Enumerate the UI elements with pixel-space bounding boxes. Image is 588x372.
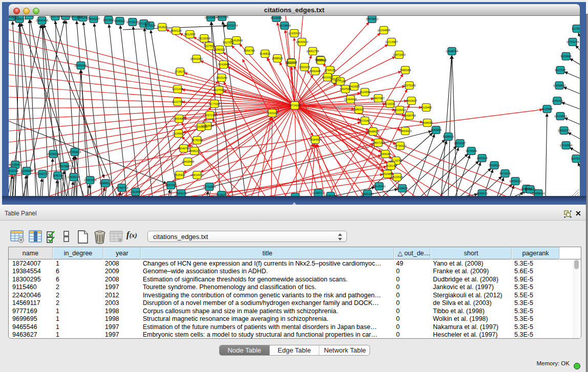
svg-text:8660124: 8660124: [170, 29, 181, 32]
svg-text:7462663: 7462663: [349, 85, 359, 88]
svg-text:1117534: 1117534: [572, 27, 580, 30]
svg-text:16961758: 16961758: [307, 50, 319, 53]
svg-text:9327503: 9327503: [204, 45, 214, 48]
svg-text:11264713: 11264713: [312, 191, 324, 194]
svg-text:1588520: 1588520: [272, 57, 282, 60]
svg-text:20206576: 20206576: [47, 152, 59, 156]
svg-text:6879197: 6879197: [454, 142, 465, 145]
svg-text:10025433: 10025433: [394, 108, 406, 112]
svg-text:9084067: 9084067: [380, 152, 390, 156]
svg-text:15692971: 15692971: [558, 129, 570, 132]
svg-text:9329966: 9329966: [560, 55, 571, 58]
svg-text:9474444: 9474444: [466, 149, 476, 152]
svg-text:10210643: 10210643: [554, 115, 567, 118]
svg-text:8471676: 8471676: [499, 172, 510, 175]
svg-text:16543382: 16543382: [190, 57, 203, 60]
svg-text:12353595: 12353595: [195, 125, 207, 128]
svg-text:10719135: 10719135: [126, 20, 139, 24]
svg-text:20876812: 20876812: [366, 17, 378, 20]
svg-text:21364436: 21364436: [344, 98, 357, 101]
svg-text:7632621: 7632621: [489, 164, 499, 167]
svg-text:9177006: 9177006: [209, 102, 220, 105]
svg-text:7515524: 7515524: [144, 24, 155, 27]
svg-text:11156829: 11156829: [20, 169, 33, 172]
svg-text:1322037: 1322037: [286, 61, 297, 64]
svg-text:10807487: 10807487: [372, 97, 384, 100]
svg-text:6216001: 6216001: [384, 102, 395, 105]
svg-text:8215938: 8215938: [541, 107, 552, 111]
svg-text:9863103: 9863103: [60, 16, 71, 17]
svg-text:2522514: 2522514: [391, 176, 402, 179]
svg-text:1610756: 1610756: [172, 100, 183, 103]
svg-text:9463627: 9463627: [406, 99, 417, 102]
svg-text:2935114: 2935114: [476, 157, 487, 160]
svg-text:12093832: 12093832: [553, 84, 565, 87]
svg-text:16914479: 16914479: [191, 173, 203, 177]
svg-text:1362615: 1362615: [299, 65, 310, 69]
svg-text:25300203: 25300203: [266, 112, 278, 115]
svg-text:10958117: 10958117: [99, 182, 112, 185]
svg-text:19654985: 19654985: [173, 117, 185, 120]
svg-text:9135720: 9135720: [325, 194, 336, 196]
svg-text:10973493: 10973493: [393, 53, 405, 56]
svg-text:20691406: 20691406: [36, 19, 48, 22]
svg-text:15495758: 15495758: [403, 114, 416, 117]
svg-text:2718170: 2718170: [175, 70, 185, 73]
svg-text:17010504: 17010504: [560, 144, 572, 147]
svg-text:15716485: 15716485: [203, 185, 215, 188]
svg-text:15372274: 15372274: [225, 24, 237, 27]
svg-text:10958414: 10958414: [532, 192, 545, 195]
svg-text:12213987: 12213987: [385, 40, 398, 43]
svg-text:18337556: 18337556: [216, 16, 228, 18]
svg-text:9245672: 9245672: [476, 192, 487, 195]
svg-text:15751074: 15751074: [567, 40, 579, 43]
svg-text:17359924: 17359924: [69, 150, 81, 154]
svg-text:9777169: 9777169: [335, 80, 345, 83]
svg-text:19166827: 19166827: [172, 132, 185, 135]
svg-text:6794028: 6794028: [324, 69, 335, 72]
svg-text:1221338: 1221338: [172, 87, 183, 91]
svg-text:16033809: 16033809: [205, 16, 217, 19]
svg-text:2803144: 2803144: [216, 76, 227, 79]
svg-text:1733426: 1733426: [397, 187, 407, 190]
svg-text:7955813: 7955813: [315, 59, 326, 62]
svg-text:10975887: 10975887: [58, 165, 71, 168]
svg-text:19756922: 19756922: [394, 144, 406, 147]
svg-text:9243152: 9243152: [525, 188, 535, 191]
svg-text:15463546: 15463546: [230, 39, 243, 42]
svg-text:10753357: 10753357: [23, 16, 35, 17]
svg-text:19384554: 19384554: [309, 138, 321, 141]
svg-text:8121104: 8121104: [290, 195, 300, 196]
svg-text:3267130: 3267130: [204, 114, 215, 117]
svg-text:3915154: 3915154: [9, 169, 18, 172]
svg-text:8427552: 8427552: [213, 89, 224, 92]
svg-text:8613054: 8613054: [271, 16, 281, 19]
svg-text:12505135: 12505135: [68, 176, 80, 179]
svg-text:18451287: 18451287: [361, 192, 374, 195]
svg-text:14055724: 14055724: [13, 17, 26, 20]
svg-text:5938923: 5938923: [443, 135, 453, 138]
svg-text:6466102: 6466102: [114, 19, 125, 23]
svg-text:9699695: 9699695: [422, 121, 432, 124]
svg-text:8186323: 8186323: [214, 48, 225, 51]
svg-text:7663822: 7663822: [157, 26, 167, 29]
svg-text:1640954: 1640954: [430, 128, 441, 132]
svg-text:8954178: 8954178: [176, 192, 186, 195]
svg-text:9146821: 9146821: [259, 52, 270, 55]
svg-text:7485063: 7485063: [400, 69, 410, 72]
svg-text:9227347: 9227347: [555, 69, 565, 72]
svg-text:16782759: 16782759: [116, 186, 128, 189]
svg-text:16154808: 16154808: [378, 29, 390, 32]
svg-text:17957253: 17957253: [84, 179, 96, 182]
svg-text:19218506: 19218506: [278, 24, 291, 27]
svg-text:19654923: 19654923: [399, 129, 411, 133]
svg-text:9657791: 9657791: [165, 184, 176, 187]
svg-text:23226058: 23226058: [198, 37, 210, 40]
svg-text:9242848: 9242848: [218, 63, 229, 66]
svg-text:12975185: 12975185: [403, 84, 416, 87]
svg-text:15720407: 15720407: [359, 119, 371, 122]
svg-text:12923448: 12923448: [129, 190, 142, 193]
svg-text:14136141: 14136141: [373, 185, 385, 188]
svg-text:11325419: 11325419: [288, 32, 300, 35]
svg-text:16046788: 16046788: [178, 147, 190, 150]
